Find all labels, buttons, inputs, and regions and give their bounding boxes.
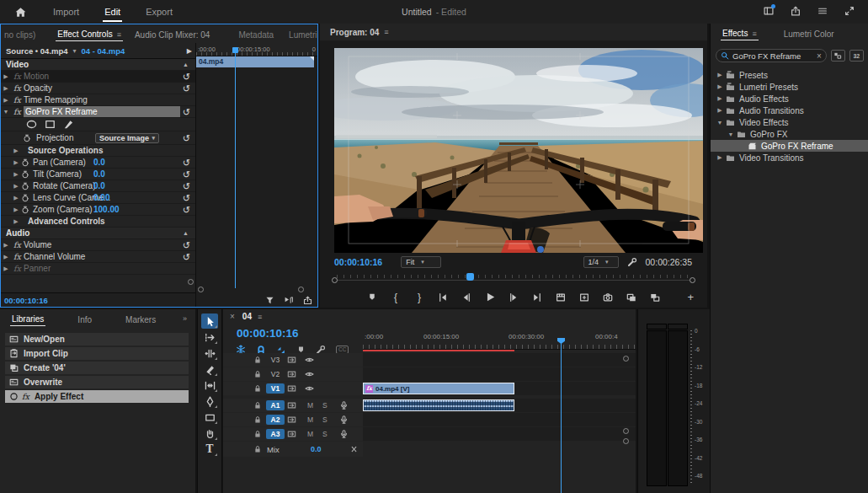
stopwatch-icon[interactable] (21, 182, 29, 190)
extract-button[interactable] (578, 292, 590, 303)
program-timecode[interactable]: 00:00:10:16 (334, 257, 382, 267)
chevron-right-icon[interactable]: ▶ (716, 107, 724, 114)
action-apply-effect[interactable]: fxApply Effect (5, 390, 189, 403)
chevron-right-icon[interactable]: ▶ (716, 154, 724, 161)
go-to-in-button[interactable] (437, 292, 449, 303)
hand-tool[interactable] (201, 426, 218, 441)
program-playhead[interactable] (466, 273, 474, 281)
tab-audio-clip-mixer-04[interactable]: Audio Clip Mixer: 04 (133, 27, 211, 41)
track-select-forward-tool[interactable] (201, 330, 218, 345)
track-target-a3[interactable]: A3 (266, 429, 285, 439)
overflow-chevrons-icon[interactable]: » (183, 314, 187, 323)
mark-out-button[interactable]: } (413, 292, 425, 303)
tree-item-video-effects[interactable]: ▼Video Effects (711, 116, 868, 128)
lock-icon[interactable] (253, 370, 262, 378)
track-content-a3[interactable] (363, 427, 636, 441)
home-icon[interactable] (15, 7, 26, 18)
param-value[interactable]: 0.0 (93, 158, 105, 167)
mini-timeline-ruler[interactable]: :00:00 00:00:15:00 0 (196, 43, 317, 56)
type-tool[interactable]: T (201, 442, 218, 457)
reset-parameter-icon[interactable]: ↺ (183, 134, 190, 142)
fx-badge-icon[interactable]: fx (11, 264, 24, 273)
rectangle-tool[interactable] (201, 410, 218, 425)
slip-tool[interactable] (201, 378, 218, 393)
scrollbar-handle[interactable] (690, 277, 695, 283)
mark-in-button[interactable]: { (390, 292, 402, 303)
chevron-right-icon[interactable]: ▶ (1, 85, 11, 92)
effect-row-advanced-controls[interactable]: ▶Advanced Controls (1, 216, 195, 228)
pen-tool[interactable] (201, 394, 218, 409)
sync-lock-icon[interactable] (287, 356, 296, 365)
track-target-a1[interactable]: A1 (266, 400, 285, 410)
track-header-a2[interactable]: A2MS (223, 413, 363, 426)
lock-icon[interactable] (253, 430, 262, 438)
eye-icon[interactable] (305, 370, 314, 379)
projection-select[interactable]: Source Image▾ (95, 133, 159, 143)
chevron-right-icon[interactable]: ▶ (11, 183, 21, 190)
track-content-a2[interactable] (363, 413, 636, 426)
zoom-level-select[interactable]: Fit ▾ (401, 256, 441, 268)
reset-parameter-icon[interactable]: ↺ (183, 72, 190, 81)
tab-metadata[interactable]: Metadata (237, 27, 275, 41)
action-overwrite[interactable]: Overwrite (5, 376, 189, 389)
action-create-04-[interactable]: Create '04' (5, 362, 189, 374)
effect-row-pan-camera-[interactable]: ▶Pan (Camera)0.0↺ (1, 157, 195, 169)
play-button[interactable] (484, 292, 496, 303)
chevron-right-icon[interactable]: ▶ (11, 159, 21, 166)
playback-resolution-select[interactable]: 1/4 ▾ (583, 256, 619, 268)
chevron-right-icon[interactable]: ▶ (1, 265, 11, 272)
rect-mask-icon[interactable] (45, 119, 56, 130)
lock-icon[interactable] (253, 384, 262, 393)
mini-timeline-clip[interactable]: 04.mp4 (196, 56, 314, 67)
pen-mask-icon[interactable] (63, 119, 74, 130)
mini-timeline-playhead[interactable] (235, 51, 236, 288)
track-target-v1[interactable]: V1 (266, 383, 285, 394)
chevron-down-icon[interactable]: ▼ (1, 109, 11, 115)
chevron-right-icon[interactable]: ▶ (11, 147, 21, 154)
export-frame-button[interactable] (602, 292, 614, 303)
mic-icon[interactable] (339, 430, 349, 439)
eye-icon[interactable] (305, 384, 314, 394)
chevron-right-icon[interactable]: ▶ (11, 195, 21, 201)
sync-lock-icon[interactable] (287, 430, 296, 439)
panel-menu-icon[interactable]: ≡ (384, 28, 388, 36)
tree-item-video-transitions[interactable]: ▶Video Transitions (711, 152, 868, 163)
timeline-ruler[interactable]: :00:0000:00:15:0000:00:30:0000:00:4 (363, 331, 636, 350)
timeline-timecode[interactable]: 00:00:10:16 (237, 327, 299, 340)
go-to-out-button[interactable] (531, 292, 543, 303)
reset-parameter-icon[interactable]: ↺ (183, 108, 190, 116)
chevron-down-icon[interactable]: ▼ (727, 131, 735, 137)
param-value[interactable]: 100.00 (93, 205, 120, 214)
scrollbar-handle[interactable] (332, 277, 338, 283)
reset-parameter-icon[interactable]: ↺ (183, 241, 190, 249)
fx-badge-icon[interactable]: fx (11, 107, 24, 116)
chevron-right-icon[interactable]: ▶ (11, 218, 21, 225)
effect-row-volume[interactable]: ▶fxVolume↺ (1, 239, 195, 251)
filter-icon[interactable] (265, 295, 274, 305)
panel-menu-icon[interactable]: ≡ (117, 30, 121, 39)
effect-row-motion[interactable]: ▶fxMotion↺ (1, 71, 195, 83)
program-video-frame[interactable] (334, 48, 703, 253)
nav-tab-export[interactable]: Export (144, 2, 174, 22)
effect-row-channel-volume[interactable]: ▶fxChannel Volume↺ (1, 251, 195, 263)
solo-button[interactable]: S (322, 415, 327, 424)
effect-controls-mini-timeline[interactable]: :00:00 00:00:15:00 0 04.mp4 (196, 43, 317, 307)
lock-icon[interactable] (253, 356, 262, 364)
mix-value[interactable]: 0.0 (311, 445, 322, 453)
tab-lumetri-scopes[interactable]: Lumetri Scopes (287, 27, 317, 41)
chevron-down-icon[interactable]: ▾ (73, 47, 77, 55)
tree-item-lumetri-presets[interactable]: ▶Lumetri Presets (711, 81, 868, 93)
sync-lock-icon[interactable] (287, 415, 296, 425)
32bit-color-badge[interactable]: 32 (849, 50, 864, 62)
ripple-edit-tool[interactable] (201, 346, 218, 361)
effect-row-zoom-camera-[interactable]: ▶Zoom (Camera)100.00↺ (1, 204, 195, 216)
reset-parameter-icon[interactable]: ↺ (183, 253, 190, 261)
stopwatch-icon[interactable] (21, 194, 29, 202)
effect-row-lens-curve-came-[interactable]: ▶Lens Curve (Came...0.00↺ (1, 192, 195, 204)
lock-icon[interactable] (253, 445, 262, 453)
fx-badge-icon[interactable]: fx (11, 95, 24, 104)
chevron-right-icon[interactable]: ▶ (1, 97, 11, 104)
button-editor-plus-icon[interactable]: + (687, 291, 694, 303)
chevron-right-icon[interactable]: ▶ (716, 95, 724, 102)
mute-button[interactable]: M (307, 415, 313, 424)
